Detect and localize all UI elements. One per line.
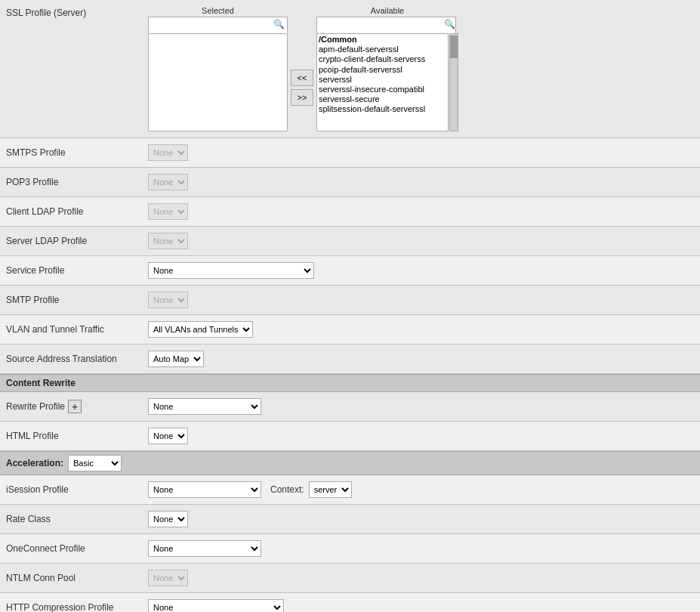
form-container: SSL Profile (Server) Selected 🔍: [0, 0, 700, 612]
ntlm-conn-pool-select[interactable]: None: [148, 570, 188, 586]
move-left-button[interactable]: <<: [291, 70, 313, 86]
oneconnect-profile-row: OneConnect Profile None: [0, 534, 700, 564]
rewrite-profile-text: Rewrite Profile: [6, 401, 65, 412]
smtps-profile-label: SMTPS Profile: [0, 144, 142, 161]
selected-label: Selected: [148, 6, 288, 15]
smtp-profile-control: None: [142, 289, 700, 311]
available-group: Available 🔍 /Common apm-default-serverss…: [316, 6, 458, 131]
dual-listbox: Selected 🔍 << >> Availa: [148, 6, 458, 131]
rewrite-profile-add-button[interactable]: +: [68, 400, 82, 413]
client-ldap-profile-select[interactable]: None: [148, 203, 188, 220]
smtp-profile-select[interactable]: None: [148, 292, 188, 308]
rewrite-profile-control: None: [142, 395, 700, 418]
rewrite-profile-select[interactable]: None: [148, 398, 261, 415]
pop3-profile-control: None: [142, 171, 700, 193]
selected-group: Selected 🔍: [148, 6, 288, 131]
server-ldap-profile-control: None: [142, 230, 700, 252]
context-label: Context:: [270, 484, 304, 495]
vlan-tunnel-label: VLAN and Tunnel Traffic: [0, 321, 142, 338]
pop3-profile-select[interactable]: None: [148, 174, 188, 190]
client-ldap-profile-control: None: [142, 200, 700, 223]
server-ldap-profile-select[interactable]: None: [148, 233, 188, 249]
html-profile-label: HTML Profile: [0, 428, 142, 444]
ssl-profile-label: SSL Profile (Server): [0, 3, 142, 21]
isession-profile-label: iSession Profile: [0, 481, 142, 498]
server-ldap-profile-row: Server LDAP Profile None: [0, 227, 700, 256]
rewrite-profile-label-cell: Rewrite Profile +: [0, 397, 142, 416]
available-search-icon: 🔍: [444, 19, 455, 29]
available-label: Available: [316, 6, 458, 15]
rewrite-label-wrapper: Rewrite Profile +: [6, 400, 136, 413]
smtps-profile-row: SMTPS Profile None: [0, 138, 700, 168]
smtps-profile-control: None: [142, 141, 700, 164]
move-right-button[interactable]: >>: [291, 89, 313, 106]
available-search-input[interactable]: [316, 17, 456, 33]
service-profile-label: Service Profile: [0, 262, 142, 279]
service-profile-control: None: [142, 259, 700, 282]
http-compression-row: HTTP Compression Profile None: [0, 593, 700, 612]
selected-listbox[interactable]: [148, 33, 288, 131]
source-address-row: Source Address Translation Auto Map: [0, 345, 700, 374]
pop3-profile-label: POP3 Profile: [0, 174, 142, 190]
arrow-buttons: << >>: [291, 70, 313, 106]
rate-class-row: Rate Class None: [0, 505, 700, 534]
vlan-tunnel-select[interactable]: All VLANs and Tunnels: [148, 321, 253, 338]
smtp-profile-row: SMTP Profile None: [0, 286, 700, 315]
rate-class-select[interactable]: None: [148, 511, 188, 527]
html-profile-control: None: [142, 425, 700, 447]
available-listbox[interactable]: /Common apm-default-serverssl crypto-cli…: [316, 33, 449, 131]
smtp-profile-label: SMTP Profile: [0, 292, 142, 308]
server-ldap-profile-label: Server LDAP Profile: [0, 233, 142, 249]
http-compression-select[interactable]: None: [148, 599, 284, 612]
smtps-profile-select[interactable]: None: [148, 144, 188, 161]
ntlm-conn-pool-row: NTLM Conn Pool None: [0, 564, 700, 593]
vlan-tunnel-row: VLAN and Tunnel Traffic All VLANs and Tu…: [0, 315, 700, 345]
rate-class-label: Rate Class: [0, 511, 142, 527]
oneconnect-profile-control: None: [142, 537, 700, 560]
isession-profile-control: None Context: server client: [142, 478, 700, 501]
source-address-select[interactable]: Auto Map: [148, 351, 204, 367]
rate-class-control: None: [142, 508, 700, 530]
selected-search-row: 🔍: [148, 17, 288, 33]
acceleration-header: Acceleration: Basic Standard None: [0, 451, 700, 475]
oneconnect-profile-select[interactable]: None: [148, 540, 261, 557]
service-profile-select[interactable]: None: [148, 262, 314, 279]
pop3-profile-row: POP3 Profile None: [0, 168, 700, 197]
rewrite-profile-row: Rewrite Profile + None: [0, 392, 700, 422]
context-select[interactable]: server client: [309, 481, 352, 498]
content-rewrite-header: Content Rewrite: [0, 374, 700, 392]
scrollbar-thumb: [450, 36, 458, 58]
html-profile-row: HTML Profile None: [0, 422, 700, 451]
available-listbox-wrapper: 🔍 /Common apm-default-serverssl crypto-c…: [316, 17, 458, 131]
acceleration-label: Acceleration:: [6, 458, 63, 468]
client-ldap-profile-row: Client LDAP Profile None: [0, 197, 700, 227]
acceleration-select[interactable]: Basic Standard None: [68, 455, 122, 471]
html-profile-select[interactable]: None: [148, 428, 188, 444]
selected-search-icon: 🔍: [273, 19, 285, 29]
service-profile-row: Service Profile None: [0, 256, 700, 286]
scrollbar[interactable]: [449, 33, 458, 131]
client-ldap-profile-label: Client LDAP Profile: [0, 203, 142, 220]
ssl-profile-control: Selected 🔍 << >> Availa: [142, 3, 700, 134]
ssl-profile-row: SSL Profile (Server) Selected 🔍: [0, 0, 700, 138]
isession-profile-select[interactable]: None: [148, 481, 261, 498]
isession-profile-row: iSession Profile None Context: server cl…: [0, 475, 700, 505]
ntlm-conn-pool-control: None: [142, 567, 700, 589]
http-compression-label: HTTP Compression Profile: [0, 599, 142, 612]
source-address-control: Auto Map: [142, 348, 700, 370]
selected-search-input[interactable]: [148, 17, 288, 33]
selected-listbox-wrapper: 🔍: [148, 17, 288, 131]
http-compression-control: None: [142, 596, 700, 612]
available-search-row: 🔍: [316, 17, 458, 33]
source-address-label: Source Address Translation: [0, 351, 142, 367]
ntlm-conn-pool-label: NTLM Conn Pool: [0, 570, 142, 586]
available-listbox-container: /Common apm-default-serverssl crypto-cli…: [316, 33, 458, 131]
oneconnect-profile-label: OneConnect Profile: [0, 540, 142, 557]
vlan-tunnel-control: All VLANs and Tunnels: [142, 318, 700, 341]
